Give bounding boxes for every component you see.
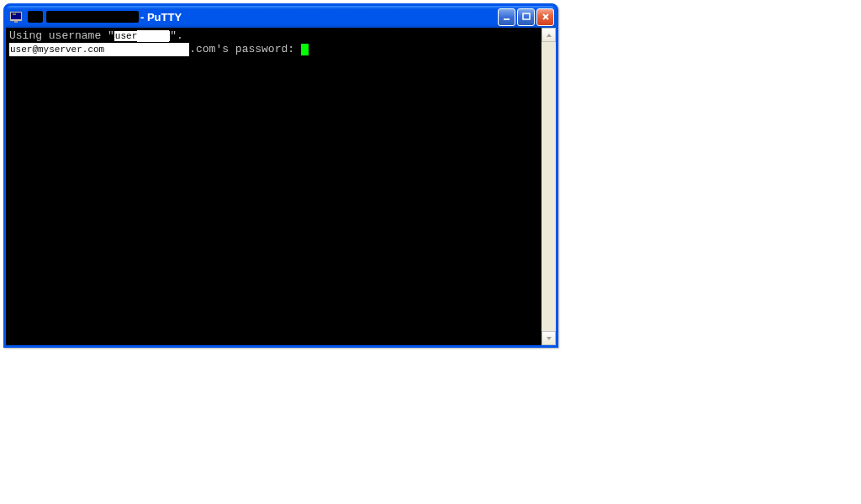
terminal-area: Using username "user".user@myserver.com.…: [6, 28, 556, 345]
titlebar[interactable]: - PuTTY: [6, 6, 556, 28]
putty-window: - PuTTY Using username "user".user@myser…: [3, 3, 558, 348]
putty-icon: [9, 10, 23, 24]
scroll-down-button[interactable]: [541, 331, 556, 345]
line1-prefix: Using username ": [9, 29, 114, 42]
title-redaction-1: [28, 11, 43, 23]
terminal-content[interactable]: Using username "user".user@myserver.com.…: [6, 28, 541, 345]
title-redaction-2: [46, 11, 139, 23]
line2-host-redacted: user@myserver.com: [9, 43, 189, 56]
terminal-cursor: [301, 44, 309, 55]
terminal-line-2: user@myserver.com.com's password:: [9, 43, 538, 56]
line1-suffix: ".: [170, 29, 183, 42]
minimize-button[interactable]: [498, 8, 515, 26]
vertical-scrollbar[interactable]: [541, 28, 556, 345]
svg-rect-1: [11, 13, 21, 19]
svg-rect-4: [504, 18, 510, 20]
maximize-button[interactable]: [517, 8, 535, 26]
terminal-line-1: Using username "user".: [9, 29, 538, 43]
close-button[interactable]: [536, 8, 554, 26]
line1-username-redacted: user: [114, 31, 170, 41]
line2-suffix: .com's password:: [189, 43, 301, 55]
window-controls: [498, 8, 554, 26]
svg-rect-5: [523, 13, 530, 19]
scroll-up-button[interactable]: [541, 28, 556, 42]
window-title: - PuTTY: [140, 11, 182, 24]
svg-rect-2: [14, 21, 18, 23]
